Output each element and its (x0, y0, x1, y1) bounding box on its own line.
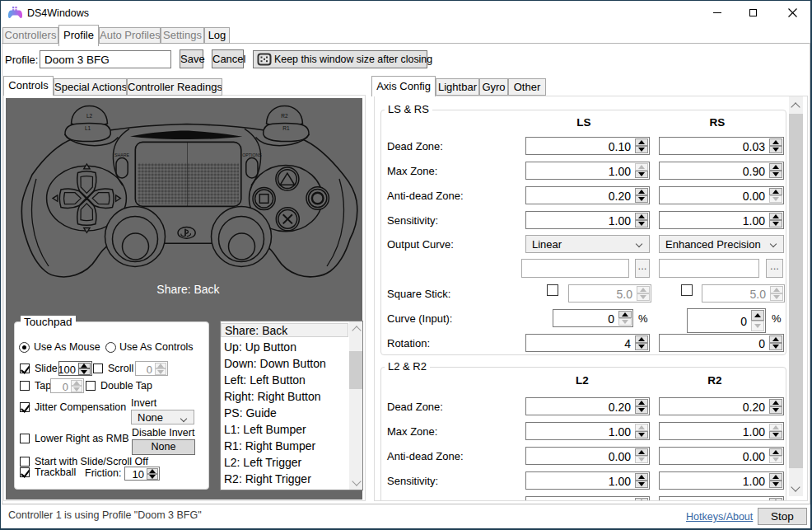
svg-text:L1: L1 (85, 125, 91, 131)
svg-text:SHARE: SHARE (114, 152, 129, 157)
svg-text:R2: R2 (281, 113, 288, 119)
svg-text:R1: R1 (282, 125, 290, 131)
svg-text:L2: L2 (86, 113, 93, 119)
svg-text:OPTIONS: OPTIONS (242, 152, 262, 157)
